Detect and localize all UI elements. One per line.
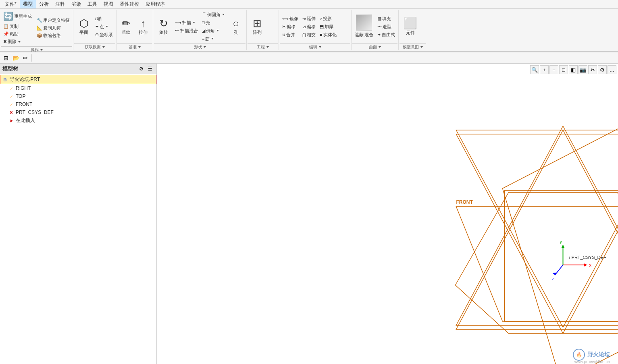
shape-chevron	[204, 46, 206, 48]
mirror-button[interactable]: ⟺ 镜像	[281, 15, 300, 23]
chamfer-button[interactable]: ◢ 倒角	[200, 27, 226, 35]
ribbon-group-edit: ⟺ 镜像 ✂ 偏移 ⊎ 合并 ⇥ 延伸	[279, 10, 352, 50]
obfuscate-button[interactable]: 遮蔽 混合	[353, 31, 375, 39]
menu-apps[interactable]: 应用程序	[142, 0, 168, 8]
watermark-logo: 🔥	[573, 349, 585, 361]
paste-button[interactable]: 📌 粘贴	[2, 30, 33, 38]
panel-header-buttons: ⚙ ☰	[137, 65, 154, 73]
ribbon-group-getdata: ⬡ 平面 / 轴 ✦ 点 ⊕ 坐标系	[73, 10, 117, 50]
menu-annotation[interactable]: 注释	[52, 0, 68, 8]
plane-icon-right: ⟋	[8, 85, 15, 91]
svg-marker-6	[456, 130, 618, 329]
svg-marker-2	[456, 192, 618, 333]
merge-button[interactable]: ⊎ 合并	[281, 31, 300, 39]
getdata-group-label: 获取数据	[74, 43, 115, 50]
style-button[interactable]: 〜 造型	[376, 23, 397, 31]
tree-item-right[interactable]: ⟋ RIGHT	[6, 84, 156, 92]
ribbon-group-engineering: ⊞ 阵列 工程	[247, 10, 279, 50]
menu-flexible[interactable]: 柔性建模	[117, 0, 142, 8]
delete-chevron	[18, 41, 21, 43]
axis-button[interactable]: / 轴	[94, 15, 114, 23]
engineering-group-label: 工程	[248, 43, 278, 50]
tree-item-label-root: 野火论坛.PRT	[10, 76, 40, 83]
sweep-chevron	[193, 22, 195, 23]
project-button[interactable]: ▿ 投影	[318, 15, 338, 23]
hole-button[interactable]: ○ 孔	[227, 12, 245, 41]
panel-settings-btn[interactable]: ⚙	[137, 65, 145, 73]
round-button[interactable]: ⌒ 倒圆角	[200, 11, 226, 19]
rib-button[interactable]: ≡ 筋	[200, 35, 226, 43]
copygeo-button[interactable]: 📐 复制几何	[35, 24, 71, 32]
operate-group-label: 操作	[1, 46, 72, 53]
tree-item-csys[interactable]: ✖ PRT_CSYS_DEF	[6, 108, 156, 116]
point-button[interactable]: ✦ 点	[94, 23, 114, 31]
delete-button[interactable]: ✖ 删除	[2, 38, 33, 46]
tree-content: 🗎 野火论坛.PRT ⟋ RIGHT ⟋ TOP ⟋ FRONT ✖ PRT_C…	[0, 74, 156, 364]
edit-group-label: 编辑	[280, 43, 350, 50]
surface-group-label: 曲面	[352, 43, 397, 50]
engineering-chevron	[266, 46, 269, 48]
extrude-button[interactable]: ↑ 拉伸	[135, 12, 151, 41]
sketch-button[interactable]: ✏ 草绘	[118, 12, 134, 41]
sweep-button[interactable]: ⟿ 扫描	[173, 19, 200, 27]
revolve-button[interactable]: ↻ 旋转	[155, 12, 173, 41]
panel-list-btn[interactable]: ☰	[146, 65, 154, 73]
svg-text:FRONT: FRONT	[456, 199, 473, 205]
panel-header: 模型树 ⚙ ☰	[0, 64, 156, 74]
svg-text:x: x	[589, 263, 592, 267]
viewport[interactable]: 🔍 + − □ ◧ 📷 ✂ ⚙ …	[157, 64, 618, 364]
tree-item-label-insert: 在此插入	[16, 117, 35, 124]
component-button[interactable]: ⬜ 元件	[400, 12, 420, 41]
shrink-button[interactable]: 📦 收缩包络	[35, 32, 71, 39]
sweep-blend-button[interactable]: 〜 扫描混合	[173, 27, 200, 35]
round-chevron	[222, 14, 225, 15]
edit-chevron	[319, 46, 321, 48]
coord-button[interactable]: ⊕ 坐标系	[94, 31, 114, 39]
surface-preview	[356, 14, 372, 31]
menu-bar: 文件* 模型 分析 注释 渲染 工具 视图 柔性建模 应用程序	[0, 0, 618, 9]
tree-item-front[interactable]: ⟋ FRONT	[6, 100, 156, 108]
sub-grid-btn[interactable]: ⊞	[2, 54, 10, 62]
menu-view[interactable]: 视图	[100, 0, 117, 8]
shell-button[interactable]: □ 壳	[200, 19, 226, 27]
main-area: 模型树 ⚙ ☰ 🗎 野火论坛.PRT ⟋ RIGHT ⟋ TOP	[0, 64, 618, 364]
menu-render[interactable]: 渲染	[68, 0, 84, 8]
extend-button[interactable]: ⇥ 延伸	[301, 15, 317, 23]
watermark-text: 野火论坛	[587, 351, 610, 358]
sub-toolbar: ⊞ 📂 ✏	[0, 52, 618, 64]
sub-open-btn[interactable]: 📂	[11, 54, 20, 62]
menu-tools[interactable]: 工具	[84, 0, 100, 8]
freestyle-button[interactable]: ✦ 自由式	[376, 31, 397, 39]
insert-icon: ➤	[8, 118, 15, 124]
svg-marker-7	[456, 130, 618, 327]
thicken-button[interactable]: ⬒ 加厚	[318, 23, 338, 31]
tree-item-insert[interactable]: ➤ 在此插入	[6, 116, 156, 125]
panel-title: 模型树	[2, 65, 18, 72]
userdef-button[interactable]: 🔧 用户定义特征	[35, 17, 71, 24]
menu-analysis[interactable]: 分析	[36, 0, 52, 8]
watermark-url: www.proewildfire.cn	[574, 360, 610, 364]
menu-file[interactable]: 文件*	[2, 0, 20, 8]
plane-button[interactable]: ⬡ 平面	[75, 12, 93, 41]
shape-group-label: 形状	[154, 43, 246, 50]
svg-text:z: z	[552, 276, 554, 281]
trim-button[interactable]: ✂ 偏移	[281, 23, 300, 31]
solidify-button[interactable]: ■ 实体化	[318, 31, 338, 39]
tree-item-root[interactable]: 🗎 野火论坛.PRT	[0, 75, 156, 84]
rebuild-button[interactable]: 🔄 重新生成	[2, 10, 33, 22]
fill-button[interactable]: ▦ 填充	[376, 15, 397, 23]
offset-button[interactable]: ⊿ 偏移	[301, 23, 317, 31]
copy-button[interactable]: 📋 复制	[2, 23, 33, 30]
menu-model[interactable]: 模型	[20, 0, 36, 8]
svg-text:y: y	[560, 239, 562, 244]
intersect-button[interactable]: ⋂ 相交	[301, 31, 317, 39]
ribbon: 🔄 重新生成 📋 复制 📌 粘贴 ✖ 删除	[0, 9, 618, 52]
tree-item-top[interactable]: ⟋ TOP	[6, 92, 156, 100]
plane-icon-front: ⟋	[8, 101, 15, 108]
sub-edit-btn[interactable]: ✏	[21, 54, 30, 62]
file-icon: 🗎	[2, 77, 8, 83]
watermark: 🔥 野火论坛	[573, 349, 610, 361]
array-button[interactable]: ⊞ 阵列	[248, 12, 266, 41]
drawing-area: x y z / PRT_CSYS_DEF FRONT TOP RIGHT	[157, 64, 618, 364]
chamfer-chevron	[216, 30, 219, 31]
